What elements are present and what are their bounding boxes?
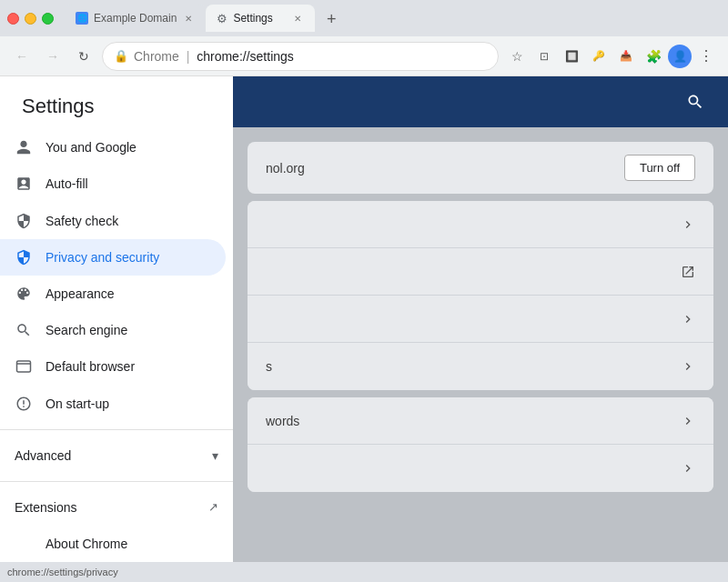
sidebar-item-you-google[interactable]: You and Google [0, 129, 226, 166]
card-row-6[interactable]: words [248, 397, 713, 445]
sidebar-item-appearance[interactable]: Appearance [0, 276, 226, 312]
tab-favicon-1: 🌐 [76, 12, 88, 25]
card-row-5-text: s [266, 359, 681, 374]
nav-bar: ← → ↻ 🔒 Chrome | chrome://settings ☆ ⊡ 🔲… [0, 36, 728, 76]
maximize-button[interactable] [42, 13, 54, 25]
avatar-image: 👤 [673, 50, 687, 63]
settings-content-area: nol.org Turn off [233, 127, 728, 507]
sidebar-item-default-browser[interactable]: Default browser [0, 348, 226, 385]
new-tab-button[interactable]: + [318, 6, 344, 32]
forward-icon: → [46, 49, 59, 64]
card-row-1: nol.org Turn off [248, 142, 713, 194]
main-content: nol.org Turn off [233, 76, 728, 562]
settings-favicon: ⚙ [217, 12, 228, 25]
card-3: words [248, 397, 713, 492]
card-row-3[interactable] [248, 248, 713, 296]
card-row-5[interactable]: s [248, 343, 713, 390]
address-bar[interactable]: 🔒 Chrome | chrome://settings [102, 42, 499, 71]
tab-label-2: Settings [233, 12, 286, 25]
card-row-2-action [681, 217, 695, 232]
keepass-button[interactable]: 🔑 [586, 44, 612, 69]
default-browser-icon [15, 357, 33, 376]
back-icon: ← [15, 49, 28, 64]
save-button[interactable]: 📥 [613, 44, 639, 69]
card-row-5-action [681, 359, 695, 374]
extensions-button[interactable]: 🧩 [641, 44, 666, 69]
menu-button[interactable]: ⋮ [693, 44, 719, 69]
browser-frame: 🌐 Example Domain ✕ ⚙ Settings ✕ + ← → ↻ … [0, 0, 728, 582]
sidebar-title: Settings [0, 76, 233, 129]
status-bar: chrome://settings/privacy [0, 562, 728, 582]
search-icon [15, 321, 33, 339]
refresh-button[interactable]: ↻ [71, 44, 96, 69]
tab-close-1[interactable]: ✕ [182, 12, 195, 25]
sidebar-divider-1 [0, 429, 233, 430]
sidebar-label-autofill: Auto-fill [46, 176, 88, 191]
main-header [233, 76, 728, 127]
appearance-icon [15, 285, 33, 303]
nav-actions: ☆ ⊡ 🔲 🔑 📥 🧩 👤 ⋮ [504, 44, 719, 69]
screen-cast-button[interactable]: 🔲 [559, 44, 584, 69]
sidebar-divider-2 [0, 481, 233, 482]
status-text: chrome://settings/privacy [7, 567, 118, 577]
tabs-bar: 🌐 Example Domain ✕ ⚙ Settings ✕ + [65, 5, 721, 32]
sidebar: Settings You and Google Auto-fill Safety… [0, 76, 233, 562]
svg-rect-0 [17, 361, 31, 372]
tab-example-domain[interactable]: 🌐 Example Domain ✕ [65, 5, 206, 32]
startup-icon [15, 395, 33, 413]
tab-close-2[interactable]: ✕ [291, 12, 304, 25]
lock-icon: 🔒 [114, 49, 128, 63]
sidebar-label-appearance: Appearance [46, 286, 115, 301]
sidebar-label-privacy: Privacy and security [46, 250, 159, 265]
address-text: Chrome | chrome://settings [134, 49, 487, 64]
card-row-1-text: nol.org [266, 161, 624, 176]
sidebar-label-search: Search engine [46, 323, 127, 337]
sidebar-item-safety[interactable]: Safety check [0, 202, 226, 238]
card-row-7-action [681, 461, 695, 476]
safety-icon [15, 212, 33, 230]
forward-button[interactable]: → [40, 44, 66, 69]
sidebar-item-startup[interactable]: On start-up [0, 385, 226, 421]
card-2: s [248, 201, 713, 390]
picture-in-picture-button[interactable]: ⊡ [531, 44, 557, 69]
person-icon [15, 138, 33, 156]
header-search-button[interactable] [681, 87, 710, 116]
about-label: About Chrome [46, 537, 127, 551]
sidebar-label-startup: On start-up [46, 396, 109, 411]
favicon-letter-1: 🌐 [77, 14, 87, 23]
sidebar-item-search[interactable]: Search engine [0, 312, 226, 348]
sidebar-advanced[interactable]: Advanced ▾ [0, 437, 233, 474]
tab-settings[interactable]: ⚙ Settings ✕ [206, 5, 315, 32]
chrome-label: Chrome [134, 49, 179, 64]
sidebar-about-chrome[interactable]: About Chrome [0, 526, 226, 562]
turn-off-button[interactable]: Turn off [624, 155, 695, 181]
tab-label-1: Example Domain [94, 12, 177, 25]
sidebar-label-you-google: You and Google [46, 140, 136, 155]
autofill-icon [15, 175, 33, 193]
bookmark-button[interactable]: ☆ [504, 44, 530, 69]
card-row-6-text: words [266, 414, 681, 428]
sidebar-label-default-browser: Default browser [46, 359, 135, 374]
about-icon [15, 535, 33, 553]
card-row-3-action [681, 265, 695, 279]
extensions-label: Extensions [15, 500, 196, 515]
page-content: Settings You and Google Auto-fill Safety… [0, 76, 728, 562]
close-button[interactable] [7, 13, 19, 25]
traffic-lights [7, 13, 54, 25]
sidebar-item-autofill[interactable]: Auto-fill [0, 166, 226, 202]
card-row-6-action [681, 414, 695, 428]
profile-avatar[interactable]: 👤 [668, 45, 692, 68]
sidebar-item-privacy[interactable]: Privacy and security [0, 239, 226, 276]
sidebar-extensions[interactable]: Extensions ↗ [0, 489, 233, 526]
minimize-button[interactable] [25, 13, 36, 25]
advanced-label: Advanced [15, 448, 199, 463]
back-button[interactable]: ← [9, 44, 35, 69]
card-row-7[interactable] [248, 445, 713, 492]
card-row-4-action [681, 312, 695, 326]
card-row-4[interactable] [248, 296, 713, 343]
card-1: nol.org Turn off [248, 142, 713, 194]
extensions-external-icon: ↗ [208, 500, 218, 514]
advanced-chevron-icon: ▾ [212, 448, 218, 463]
card-row-2[interactable] [248, 201, 713, 248]
title-bar: 🌐 Example Domain ✕ ⚙ Settings ✕ + [0, 0, 728, 36]
